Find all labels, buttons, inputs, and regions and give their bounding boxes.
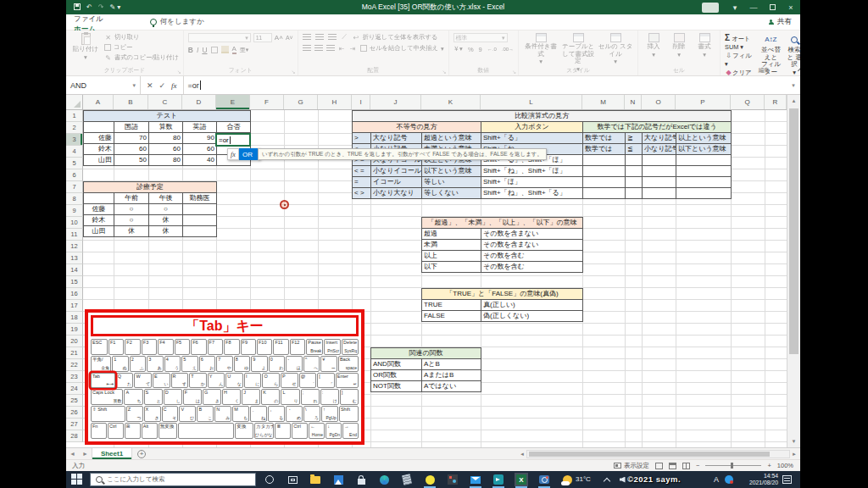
column-header[interactable]: R — [765, 95, 787, 109]
row-header[interactable]: 10 — [66, 217, 83, 229]
restore-button[interactable] — [763, 0, 782, 14]
fill-color-icon[interactable] — [221, 46, 229, 53]
copy-button[interactable]: コピー — [104, 43, 179, 52]
zoom-slider[interactable] — [705, 465, 761, 466]
normal-view-icon[interactable] — [655, 463, 663, 469]
italic-button[interactable]: I — [197, 46, 198, 54]
table-cell[interactable]: 60 — [183, 144, 217, 155]
save-icon[interactable] — [74, 3, 81, 10]
graphics-app-icon[interactable] — [446, 473, 459, 486]
table-cell[interactable] — [583, 177, 626, 188]
display-settings-button[interactable]: 表示設定 — [614, 462, 649, 470]
comma-style-icon[interactable]: 9 — [479, 46, 482, 53]
table-cell[interactable] — [626, 155, 643, 166]
table-header-cell[interactable]: 午後 — [149, 193, 183, 204]
table-cell[interactable]: 偽(正しくない) — [481, 311, 583, 322]
row-header[interactable]: 23 — [66, 371, 83, 383]
delete-cells-button[interactable]: 削除▾ — [668, 33, 690, 58]
table-cell[interactable]: = — [353, 177, 371, 188]
table-cell[interactable]: ○ — [114, 215, 149, 226]
table-cell[interactable]: 以上 — [422, 251, 481, 262]
table-cell[interactable]: Shift+「ほ」 — [481, 177, 583, 188]
format-cells-button[interactable]: 書式▾ — [693, 33, 715, 58]
dialog-launcher-icon[interactable]: ↘ — [292, 69, 296, 75]
table-cell[interactable] — [626, 166, 643, 177]
table-cell[interactable]: 60 — [149, 144, 183, 155]
table-cell[interactable] — [643, 177, 676, 188]
row-header[interactable]: 7 — [66, 181, 83, 193]
row-header[interactable]: 4 — [66, 146, 83, 158]
column-header[interactable]: J — [370, 95, 421, 109]
table-cell[interactable]: ≦ — [626, 144, 643, 155]
row-header[interactable]: 20 — [66, 336, 83, 347]
table-title[interactable]: 「TRUE」と「FALSE」の意味(真偽) — [422, 289, 583, 300]
table-cell[interactable]: 鈴木 — [84, 144, 114, 155]
zoom-in-icon[interactable]: + — [767, 462, 771, 469]
photos-icon[interactable] — [331, 473, 345, 486]
table-title[interactable]: 「超過」、「未満」、「以上」、「以下」の意味 — [422, 218, 583, 229]
table-cell[interactable]: 山田 — [84, 155, 114, 166]
row-header[interactable]: 27 — [66, 419, 83, 430]
borders-icon[interactable] — [211, 47, 218, 53]
insert-function-icon[interactable]: fx — [171, 81, 177, 90]
zoom-level[interactable]: 100% — [777, 462, 793, 469]
worksheet-area[interactable]: ABCDEFGHIJKLMNOPQR 123456789101112131415… — [66, 95, 800, 447]
row-header[interactable]: 15 — [66, 276, 83, 288]
share-app-icon[interactable] — [492, 473, 505, 486]
merge-center-button[interactable]: セルを結合して中央揃え▾ — [360, 44, 444, 53]
name-box[interactable]: AND ▾ — [66, 76, 141, 94]
dialog-launcher-icon[interactable]: ↘ — [442, 69, 447, 75]
table-cell[interactable]: 以下という意味 — [676, 144, 732, 155]
ribbon-tab[interactable]: ファイル — [66, 14, 142, 25]
security-app-icon[interactable] — [354, 473, 368, 486]
table-cell[interactable]: 等しい — [422, 177, 481, 188]
table-title[interactable]: 関連の関数 — [371, 348, 481, 359]
table-cell[interactable]: OR関数 — [371, 370, 422, 381]
table-cell[interactable]: 以下 — [422, 262, 481, 273]
formula-input[interactable]: =or — [184, 76, 787, 94]
table-cell[interactable]: その数を含まない — [481, 229, 583, 240]
currency-format-icon[interactable]: ￥▾ — [453, 45, 463, 53]
table-cell[interactable]: Shift+「る」 — [481, 133, 583, 144]
table-cell[interactable]: 数学では — [583, 144, 626, 155]
bold-button[interactable]: B — [188, 46, 193, 54]
table-cell[interactable]: NOT関数 — [371, 381, 422, 392]
table-cell[interactable]: > — [353, 133, 371, 144]
row-header[interactable]: 22 — [66, 359, 83, 371]
column-header[interactable]: I — [352, 95, 370, 109]
row-header[interactable]: 9 — [66, 205, 83, 217]
table-header-cell[interactable] — [84, 193, 114, 204]
table-group-header[interactable]: 不等号の見方 — [353, 122, 481, 133]
task-view-icon[interactable] — [286, 473, 299, 486]
table-cell[interactable]: 小なり記号 — [643, 144, 676, 155]
table-cell[interactable]: TRUE — [422, 300, 481, 311]
percent-style-icon[interactable]: % — [468, 46, 474, 53]
file-explorer-icon[interactable] — [309, 473, 322, 486]
row-header[interactable]: 3 — [66, 134, 83, 146]
align-top-icon[interactable] — [303, 34, 311, 41]
row-header[interactable]: 8 — [66, 193, 83, 205]
table-cell[interactable]: 休 — [114, 226, 149, 237]
row-header[interactable]: 28 — [66, 430, 83, 442]
redo-icon[interactable]: ↷ — [98, 3, 104, 11]
sheet-tab-sheet1[interactable]: Sheet1 — [92, 448, 132, 459]
number-format-combobox[interactable]: 標準▾ — [453, 33, 508, 42]
wrap-text-button[interactable]: ↩折り返して全体を表示する — [353, 33, 438, 42]
cancel-entry-icon[interactable]: ✕ — [147, 81, 153, 90]
table-cell[interactable]: Shift+「ね」、Shift+「る」 — [481, 188, 583, 199]
column-header[interactable]: N — [625, 95, 642, 109]
tell-me-box[interactable]: 何をしますか — [142, 14, 212, 30]
page-break-view-icon[interactable] — [682, 463, 690, 469]
table-cell[interactable]: 以上という意味 — [676, 133, 732, 144]
table-cell[interactable]: 鈴木 — [84, 215, 114, 226]
column-header[interactable]: D — [182, 95, 216, 109]
paste-button[interactable]: 貼り付け▾ — [70, 33, 101, 61]
table-cell[interactable] — [583, 155, 626, 166]
share-button[interactable]: 共有 — [760, 14, 800, 30]
table-cell[interactable]: 90 — [183, 133, 217, 144]
row-header[interactable]: 12 — [66, 241, 83, 252]
column-header[interactable]: B — [114, 95, 148, 109]
table-cell[interactable] — [676, 155, 732, 166]
align-center-icon[interactable] — [314, 45, 323, 52]
table-cell[interactable] — [183, 204, 217, 215]
